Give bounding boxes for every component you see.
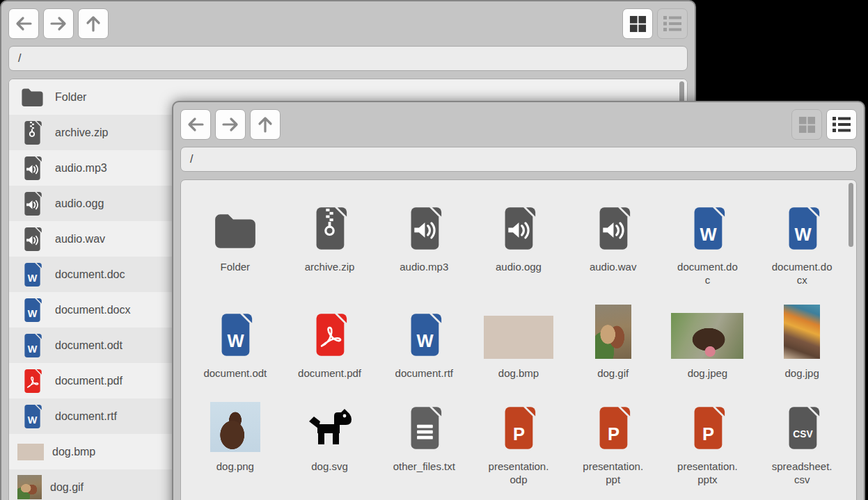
word-icon: W (216, 314, 253, 359)
file-name: document.odt (203, 366, 267, 380)
audio-icon (500, 207, 537, 252)
grid-item[interactable]: dog.gif (567, 305, 659, 380)
pdf-icon (17, 369, 47, 393)
file-name: dog.gif (50, 481, 84, 494)
list-view-button[interactable] (826, 109, 857, 140)
list-view-icon (833, 116, 851, 133)
file-name: audio.mp3 (55, 162, 107, 175)
file-name: presentation.ppt (581, 460, 645, 486)
grid-item[interactable]: archive.zip (284, 198, 376, 287)
grid-item[interactable]: P presentation.ppt (567, 398, 659, 486)
svg-text:P: P (702, 424, 714, 444)
file-name: dog.bmp (52, 446, 95, 458)
toolbar (8, 8, 688, 39)
path-bar[interactable]: / (180, 147, 857, 172)
audio-icon (406, 207, 443, 252)
file-name: document.doc (675, 260, 740, 287)
grid-item[interactable]: audio.mp3 (378, 198, 470, 287)
file-name: document.odt (55, 339, 123, 352)
file-name: presentation.odp (486, 460, 551, 486)
audio-icon (17, 156, 47, 180)
file-name: archive.zip (305, 260, 355, 273)
svg-text:W: W (28, 308, 38, 319)
file-name: dog.bmp (498, 366, 539, 380)
grid-item[interactable]: W document.rtf (378, 305, 470, 380)
arrow-right-icon (49, 14, 68, 33)
list-view-button[interactable] (657, 8, 688, 39)
file-name: document.docx (770, 260, 835, 287)
arrow-up-icon (255, 115, 275, 134)
photo-jpeg-icon (671, 313, 743, 359)
file-name: presentation.pptx (675, 460, 740, 486)
grid-item[interactable]: dog.jpeg (662, 305, 754, 380)
audio-icon (17, 192, 47, 216)
grid-view-button[interactable] (622, 8, 653, 39)
file-name: Folder (55, 91, 86, 104)
svg-text:W: W (794, 225, 812, 244)
file-name: archive.zip (55, 127, 108, 139)
photo-bmp-icon (17, 444, 44, 460)
file-name: audio.wav (55, 233, 105, 245)
file-grid-panel: Folder archive.zip audio.mp3 audio.ogg (180, 179, 857, 500)
file-name: spreadsheet.csv (770, 460, 835, 486)
file-name: audio.ogg (496, 260, 542, 273)
grid-view-icon (798, 116, 816, 134)
file-name: dog.jpg (785, 366, 819, 380)
scrollbar-thumb[interactable] (849, 183, 853, 247)
grid-item[interactable]: dog.bmp (473, 305, 565, 380)
file-name: document.docx (55, 304, 131, 316)
svg-text:W: W (28, 273, 38, 284)
file-name: audio.ogg (55, 197, 104, 210)
forward-button[interactable] (215, 109, 246, 140)
file-name: document.rtf (395, 366, 453, 380)
ppt-icon: P (500, 407, 537, 452)
ppt-icon: P (689, 407, 726, 452)
file-name: audio.wav (590, 260, 637, 273)
grid-item[interactable]: W document.odt (189, 305, 281, 380)
grid-view-button[interactable] (791, 109, 822, 140)
list-view-icon (663, 15, 681, 32)
photo-gif-icon (17, 475, 42, 499)
up-button[interactable] (250, 109, 281, 140)
grid-item[interactable]: other_files.txt (378, 398, 470, 486)
grid-item[interactable]: W document.docx (756, 198, 848, 287)
svg-text:P: P (608, 424, 620, 444)
grid-item[interactable]: document.pdf (284, 305, 376, 380)
file-manager-window-front: / Folder archive.zip audio.mp3 audio.ogg (172, 101, 865, 500)
file-name: document.doc (55, 268, 125, 281)
ppt-icon: P (594, 407, 631, 452)
grid-item[interactable]: Folder (189, 198, 281, 287)
svg-text:CSV: CSV (793, 429, 813, 439)
dog-silhouette-icon (307, 409, 353, 452)
back-button[interactable] (180, 109, 211, 140)
path-bar[interactable]: / (8, 46, 688, 71)
toolbar (180, 109, 857, 140)
arrow-left-icon (14, 14, 33, 33)
forward-button[interactable] (43, 8, 74, 39)
word-icon: W (406, 314, 443, 359)
grid-item[interactable]: P presentation.pptx (662, 398, 754, 486)
word-icon: W (17, 334, 47, 357)
folder-icon (212, 212, 258, 252)
word-icon: W (689, 207, 726, 252)
grid-item[interactable]: dog.jpg (756, 305, 848, 380)
up-button[interactable] (78, 8, 109, 39)
grid-item[interactable]: W document.doc (662, 198, 754, 287)
path-text: / (190, 153, 193, 166)
back-button[interactable] (8, 8, 39, 39)
grid-item[interactable]: CSV spreadsheet.csv (756, 398, 848, 486)
grid-item[interactable]: dog.svg (284, 398, 376, 486)
grid-item[interactable]: audio.wav (567, 198, 659, 287)
grid-item[interactable]: audio.ogg (473, 198, 565, 287)
svg-text:W: W (28, 344, 38, 355)
grid-item[interactable]: P presentation.odp (473, 398, 565, 486)
svg-text:W: W (228, 331, 245, 350)
svg-text:W: W (28, 414, 38, 426)
csv-icon: CSV (784, 407, 821, 452)
word-icon: W (17, 263, 47, 287)
photo-gif-icon (595, 305, 631, 359)
zip-icon (17, 121, 47, 145)
grid-item[interactable]: dog.png (189, 398, 281, 486)
svg-text:P: P (513, 424, 525, 444)
photo-jpg-icon (784, 305, 820, 359)
